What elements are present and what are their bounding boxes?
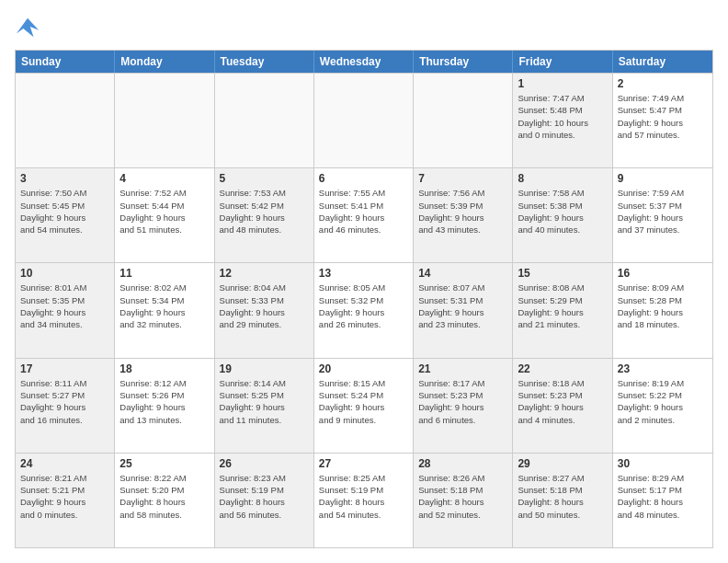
day-info: Sunrise: 8:08 AM Sunset: 5:29 PM Dayligh… <box>518 282 607 330</box>
header-day-monday: Monday <box>115 51 214 73</box>
calendar-cell-3-1: 18Sunrise: 8:12 AM Sunset: 5:26 PM Dayli… <box>115 359 214 453</box>
header-day-friday: Friday <box>513 51 612 73</box>
calendar-cell-1-3: 6Sunrise: 7:55 AM Sunset: 5:41 PM Daylig… <box>314 168 414 262</box>
day-number: 11 <box>119 267 209 280</box>
day-info: Sunrise: 8:12 AM Sunset: 5:26 PM Dayligh… <box>119 377 209 426</box>
day-info: Sunrise: 7:59 AM Sunset: 5:37 PM Dayligh… <box>618 187 708 236</box>
calendar-cell-0-2 <box>215 74 314 167</box>
day-number: 12 <box>220 267 309 280</box>
day-info: Sunrise: 8:22 AM Sunset: 5:20 PM Dayligh… <box>119 472 209 521</box>
day-number: 3 <box>20 172 109 185</box>
calendar-row-3: 17Sunrise: 8:11 AM Sunset: 5:27 PM Dayli… <box>16 358 712 453</box>
day-number: 16 <box>618 267 708 280</box>
day-info: Sunrise: 8:23 AM Sunset: 5:19 PM Dayligh… <box>220 472 309 521</box>
day-info: Sunrise: 8:21 AM Sunset: 5:21 PM Dayligh… <box>20 472 109 521</box>
calendar-cell-1-1: 4Sunrise: 7:52 AM Sunset: 5:44 PM Daylig… <box>115 168 214 262</box>
calendar-cell-0-1 <box>115 74 214 167</box>
day-number: 2 <box>618 77 708 90</box>
calendar-cell-3-6: 23Sunrise: 8:19 AM Sunset: 5:22 PM Dayli… <box>613 359 712 453</box>
day-info: Sunrise: 7:47 AM Sunset: 5:48 PM Dayligh… <box>518 92 607 141</box>
calendar-cell-2-3: 13Sunrise: 8:05 AM Sunset: 5:32 PM Dayli… <box>314 263 414 357</box>
day-number: 7 <box>418 172 507 185</box>
calendar-row-1: 3Sunrise: 7:50 AM Sunset: 5:45 PM Daylig… <box>16 167 712 262</box>
day-info: Sunrise: 8:05 AM Sunset: 5:32 PM Dayligh… <box>319 282 408 330</box>
calendar-body: 1Sunrise: 7:47 AM Sunset: 5:48 PM Daylig… <box>16 73 712 547</box>
logo-icon <box>15 15 40 40</box>
header-day-thursday: Thursday <box>414 51 513 73</box>
calendar-cell-4-3: 27Sunrise: 8:25 AM Sunset: 5:19 PM Dayli… <box>314 454 414 547</box>
calendar-cell-1-6: 9Sunrise: 7:59 AM Sunset: 5:37 PM Daylig… <box>613 168 712 262</box>
day-number: 9 <box>618 172 708 185</box>
day-info: Sunrise: 8:18 AM Sunset: 5:23 PM Dayligh… <box>518 377 607 426</box>
day-number: 13 <box>319 267 408 280</box>
day-info: Sunrise: 8:19 AM Sunset: 5:22 PM Dayligh… <box>618 377 708 426</box>
day-number: 27 <box>319 457 408 470</box>
calendar: SundayMondayTuesdayWednesdayThursdayFrid… <box>15 50 713 548</box>
day-number: 18 <box>119 362 209 375</box>
day-info: Sunrise: 7:52 AM Sunset: 5:44 PM Dayligh… <box>119 187 209 236</box>
calendar-cell-3-4: 21Sunrise: 8:17 AM Sunset: 5:23 PM Dayli… <box>414 359 513 453</box>
day-number: 20 <box>319 362 408 375</box>
day-number: 29 <box>518 457 607 470</box>
calendar-cell-4-0: 24Sunrise: 8:21 AM Sunset: 5:21 PM Dayli… <box>16 454 115 547</box>
day-number: 30 <box>618 457 708 470</box>
day-info: Sunrise: 7:50 AM Sunset: 5:45 PM Dayligh… <box>20 187 109 236</box>
svg-marker-0 <box>17 18 39 38</box>
calendar-cell-2-4: 14Sunrise: 8:07 AM Sunset: 5:31 PM Dayli… <box>414 263 513 357</box>
calendar-cell-2-0: 10Sunrise: 8:01 AM Sunset: 5:35 PM Dayli… <box>16 263 115 357</box>
calendar-cell-4-4: 28Sunrise: 8:26 AM Sunset: 5:18 PM Dayli… <box>414 454 513 547</box>
day-info: Sunrise: 8:27 AM Sunset: 5:18 PM Dayligh… <box>518 472 607 521</box>
calendar-row-0: 1Sunrise: 7:47 AM Sunset: 5:48 PM Daylig… <box>16 73 712 167</box>
day-info: Sunrise: 8:25 AM Sunset: 5:19 PM Dayligh… <box>319 472 408 521</box>
day-number: 5 <box>220 172 309 185</box>
day-number: 10 <box>20 267 109 280</box>
calendar-cell-2-6: 16Sunrise: 8:09 AM Sunset: 5:28 PM Dayli… <box>613 263 712 357</box>
calendar-cell-4-5: 29Sunrise: 8:27 AM Sunset: 5:18 PM Dayli… <box>513 454 612 547</box>
day-info: Sunrise: 8:07 AM Sunset: 5:31 PM Dayligh… <box>418 282 507 330</box>
day-info: Sunrise: 8:04 AM Sunset: 5:33 PM Dayligh… <box>220 282 309 330</box>
header-day-saturday: Saturday <box>613 51 712 73</box>
day-info: Sunrise: 8:09 AM Sunset: 5:28 PM Dayligh… <box>618 282 708 330</box>
day-number: 21 <box>418 362 507 375</box>
day-info: Sunrise: 8:15 AM Sunset: 5:24 PM Dayligh… <box>319 377 408 426</box>
day-number: 17 <box>20 362 109 375</box>
calendar-cell-3-3: 20Sunrise: 8:15 AM Sunset: 5:24 PM Dayli… <box>314 359 414 453</box>
calendar-cell-0-6: 2Sunrise: 7:49 AM Sunset: 5:47 PM Daylig… <box>613 74 712 167</box>
day-number: 14 <box>418 267 507 280</box>
day-info: Sunrise: 8:02 AM Sunset: 5:34 PM Dayligh… <box>119 282 209 330</box>
calendar-cell-1-4: 7Sunrise: 7:56 AM Sunset: 5:39 PM Daylig… <box>414 168 513 262</box>
calendar-row-4: 24Sunrise: 8:21 AM Sunset: 5:21 PM Dayli… <box>16 453 712 547</box>
day-number: 6 <box>319 172 408 185</box>
calendar-cell-0-0 <box>16 74 115 167</box>
logo <box>15 15 44 40</box>
calendar-cell-0-4 <box>414 74 513 167</box>
calendar-cell-4-1: 25Sunrise: 8:22 AM Sunset: 5:20 PM Dayli… <box>115 454 214 547</box>
day-info: Sunrise: 7:56 AM Sunset: 5:39 PM Dayligh… <box>418 187 507 236</box>
day-number: 15 <box>518 267 607 280</box>
header-day-sunday: Sunday <box>16 51 115 73</box>
day-number: 4 <box>119 172 209 185</box>
calendar-cell-2-1: 11Sunrise: 8:02 AM Sunset: 5:34 PM Dayli… <box>115 263 214 357</box>
calendar-cell-4-2: 26Sunrise: 8:23 AM Sunset: 5:19 PM Dayli… <box>215 454 314 547</box>
day-number: 22 <box>518 362 607 375</box>
day-info: Sunrise: 7:58 AM Sunset: 5:38 PM Dayligh… <box>518 187 607 236</box>
header-day-tuesday: Tuesday <box>215 51 314 73</box>
calendar-cell-2-2: 12Sunrise: 8:04 AM Sunset: 5:33 PM Dayli… <box>215 263 314 357</box>
day-number: 1 <box>518 77 607 90</box>
calendar-cell-3-2: 19Sunrise: 8:14 AM Sunset: 5:25 PM Dayli… <box>215 359 314 453</box>
day-info: Sunrise: 7:53 AM Sunset: 5:42 PM Dayligh… <box>220 187 309 236</box>
day-number: 19 <box>220 362 309 375</box>
calendar-cell-0-5: 1Sunrise: 7:47 AM Sunset: 5:48 PM Daylig… <box>513 74 612 167</box>
day-info: Sunrise: 8:17 AM Sunset: 5:23 PM Dayligh… <box>418 377 507 426</box>
page: SundayMondayTuesdayWednesdayThursdayFrid… <box>0 0 728 563</box>
day-number: 26 <box>220 457 309 470</box>
day-number: 28 <box>418 457 507 470</box>
calendar-header: SundayMondayTuesdayWednesdayThursdayFrid… <box>16 51 712 73</box>
calendar-cell-1-2: 5Sunrise: 7:53 AM Sunset: 5:42 PM Daylig… <box>215 168 314 262</box>
calendar-cell-1-5: 8Sunrise: 7:58 AM Sunset: 5:38 PM Daylig… <box>513 168 612 262</box>
day-number: 24 <box>20 457 109 470</box>
calendar-cell-0-3 <box>314 74 414 167</box>
calendar-cell-2-5: 15Sunrise: 8:08 AM Sunset: 5:29 PM Dayli… <box>513 263 612 357</box>
calendar-cell-4-6: 30Sunrise: 8:29 AM Sunset: 5:17 PM Dayli… <box>613 454 712 547</box>
day-info: Sunrise: 8:26 AM Sunset: 5:18 PM Dayligh… <box>418 472 507 521</box>
